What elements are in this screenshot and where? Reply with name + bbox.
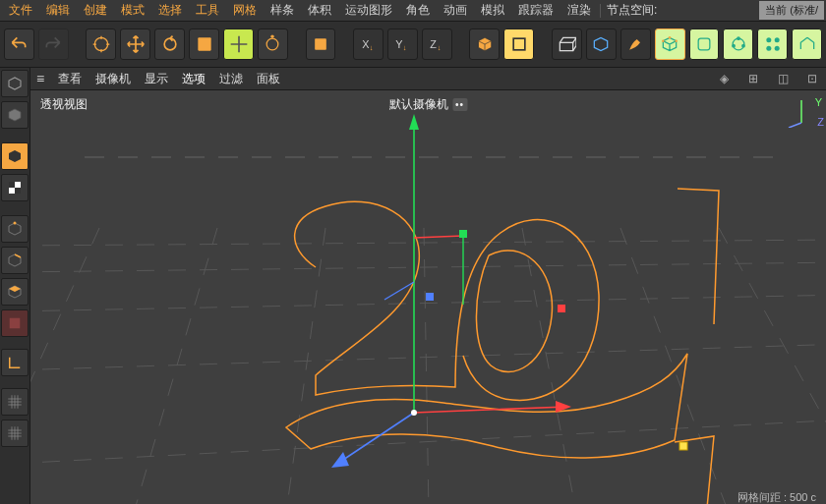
svg-text:↓: ↓ bbox=[438, 43, 442, 52]
vp-nav-icon-4[interactable]: ⊡ bbox=[804, 71, 820, 86]
cube-primitive-button[interactable] bbox=[655, 28, 685, 60]
svg-line-33 bbox=[30, 262, 826, 272]
point-mode-button[interactable] bbox=[1, 215, 29, 243]
svg-point-21 bbox=[766, 37, 771, 42]
menu-edit[interactable]: 编辑 bbox=[39, 0, 77, 21]
menu-tools[interactable]: 工具 bbox=[189, 0, 226, 21]
scene-drawing bbox=[30, 90, 826, 504]
poly-mode-button[interactable] bbox=[1, 278, 29, 306]
select-tool[interactable] bbox=[86, 28, 116, 60]
redo-button[interactable] bbox=[38, 28, 69, 60]
svg-point-58 bbox=[411, 410, 417, 416]
svg-line-40 bbox=[424, 228, 429, 504]
svg-point-28 bbox=[14, 222, 17, 225]
array-button[interactable] bbox=[757, 28, 788, 60]
viewport-solo-button[interactable] bbox=[1, 388, 29, 416]
menu-mograph[interactable]: 运动图形 bbox=[338, 0, 399, 21]
paint-button[interactable] bbox=[620, 28, 651, 60]
svg-point-13 bbox=[662, 39, 665, 42]
vp-menu-view[interactable]: 查看 bbox=[58, 71, 82, 87]
rotate-tool[interactable] bbox=[154, 28, 185, 60]
cloner-button[interactable] bbox=[723, 28, 753, 60]
viewport-canvas[interactable]: 透视视图 默认摄像机 •• Y Z 网格间距 : 500 c bbox=[30, 90, 826, 504]
move-tool[interactable] bbox=[120, 28, 150, 60]
camera-options-icon[interactable]: •• bbox=[452, 98, 467, 111]
menu-render[interactable]: 渲染 bbox=[560, 0, 598, 21]
coord-system-button[interactable] bbox=[469, 28, 500, 60]
hamburger-icon[interactable]: ≡ bbox=[36, 71, 44, 86]
main-toolbar: X↓ Y↓ Z↓ bbox=[0, 22, 826, 68]
svg-marker-47 bbox=[409, 114, 419, 130]
vp-nav-icon-3[interactable]: ◫ bbox=[775, 71, 791, 86]
menu-character[interactable]: 角色 bbox=[399, 0, 437, 21]
sphere-primitive-button[interactable] bbox=[689, 28, 720, 60]
svg-line-43 bbox=[719, 228, 826, 504]
svg-line-31 bbox=[789, 123, 801, 128]
vp-menu-filter[interactable]: 过滤 bbox=[219, 71, 243, 87]
camera-label[interactable]: 默认摄像机 •• bbox=[389, 96, 467, 113]
menu-separator bbox=[600, 4, 601, 18]
y-axis-button[interactable]: Y↓ bbox=[387, 28, 418, 60]
z-axis-button[interactable]: Z↓ bbox=[422, 28, 452, 60]
svg-rect-55 bbox=[459, 230, 467, 238]
menu-mode[interactable]: 模式 bbox=[114, 0, 151, 21]
main-menu-bar: 文件 编辑 创建 模式 选择 工具 网格 样条 体积 运动图形 角色 动画 模拟… bbox=[0, 0, 826, 22]
svg-line-41 bbox=[522, 228, 576, 504]
menu-file[interactable]: 文件 bbox=[2, 0, 39, 21]
svg-point-14 bbox=[675, 39, 678, 42]
svg-text:Y: Y bbox=[396, 38, 403, 50]
axis-y-label: Y bbox=[815, 96, 822, 108]
scale-tool[interactable] bbox=[189, 28, 219, 60]
texture-mode-button[interactable] bbox=[1, 101, 29, 129]
texture-axis-button[interactable] bbox=[1, 309, 29, 337]
menu-create[interactable]: 创建 bbox=[77, 0, 114, 21]
menu-volume[interactable]: 体积 bbox=[301, 0, 338, 21]
svg-line-32 bbox=[30, 240, 826, 246]
svg-rect-2 bbox=[198, 37, 210, 50]
svg-line-35 bbox=[30, 344, 826, 370]
locked-tool[interactable] bbox=[306, 28, 336, 60]
x-axis-button[interactable]: X↓ bbox=[353, 28, 384, 60]
edge-mode-button[interactable] bbox=[1, 247, 29, 274]
svg-point-1 bbox=[164, 38, 176, 50]
snap-button[interactable] bbox=[586, 28, 617, 60]
uv-mode-button[interactable] bbox=[1, 174, 29, 201]
svg-point-18 bbox=[738, 37, 740, 40]
svg-rect-16 bbox=[698, 38, 710, 50]
recent-tool[interactable] bbox=[223, 28, 254, 60]
viewport-type-label: 透视视图 bbox=[40, 96, 88, 113]
svg-text:X: X bbox=[362, 38, 369, 50]
menu-mesh[interactable]: 网格 bbox=[226, 0, 264, 21]
object-mode-button[interactable] bbox=[1, 142, 29, 170]
svg-point-19 bbox=[742, 44, 745, 47]
svg-rect-56 bbox=[558, 305, 565, 312]
undo-button[interactable] bbox=[4, 28, 34, 60]
vp-nav-icon-1[interactable]: ◈ bbox=[716, 71, 732, 86]
current-mode-label[interactable]: 当前 (标准/ bbox=[759, 1, 824, 20]
svg-point-15 bbox=[669, 36, 672, 39]
vp-menu-display[interactable]: 显示 bbox=[145, 71, 168, 87]
render-view-button[interactable] bbox=[503, 28, 534, 60]
vp-nav-icon-2[interactable]: ⊞ bbox=[745, 71, 761, 86]
vp-menu-options[interactable]: 选项 bbox=[182, 71, 206, 87]
viewport-solo2-button[interactable] bbox=[1, 420, 29, 447]
svg-rect-27 bbox=[15, 188, 21, 194]
axis-button[interactable] bbox=[1, 349, 29, 376]
menu-animate[interactable]: 动画 bbox=[437, 0, 474, 21]
svg-rect-12 bbox=[560, 42, 573, 50]
psr-tool[interactable] bbox=[258, 28, 288, 60]
workplane-button[interactable] bbox=[552, 28, 582, 60]
svg-line-52 bbox=[414, 236, 463, 238]
svg-rect-4 bbox=[315, 38, 326, 50]
svg-text:↓: ↓ bbox=[403, 43, 407, 52]
svg-rect-11 bbox=[513, 38, 525, 50]
menu-spline[interactable]: 样条 bbox=[264, 0, 301, 21]
more-button[interactable] bbox=[792, 28, 822, 60]
camera-name: 默认摄像机 bbox=[389, 96, 448, 113]
model-mode-button[interactable] bbox=[1, 70, 29, 97]
vp-menu-camera[interactable]: 摄像机 bbox=[95, 71, 131, 87]
vp-menu-panel[interactable]: 面板 bbox=[257, 71, 280, 87]
menu-select[interactable]: 选择 bbox=[151, 0, 189, 21]
menu-simulate[interactable]: 模拟 bbox=[474, 0, 511, 21]
menu-tracker[interactable]: 跟踪器 bbox=[511, 0, 560, 21]
